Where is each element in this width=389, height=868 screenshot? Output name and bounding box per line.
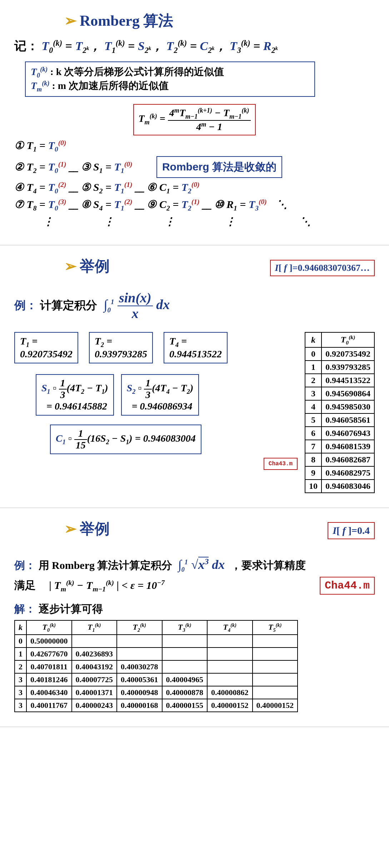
convergence-note: Romberg 算法是收敛的: [156, 156, 282, 178]
def2-text: : m 次加速后所得的近似值: [52, 80, 169, 91]
slide-title: ➢举例: [64, 519, 110, 539]
example-label: 例：: [14, 299, 37, 312]
exact-value: I[ f ]=0.4: [328, 522, 375, 539]
recurrence-formula: Tm(k) = 4mTm−1(k+1) − Tm−1(k)4m − 1: [133, 104, 255, 135]
t1-box: T1 =0.920735492: [14, 332, 78, 364]
bullet-icon: ➢: [64, 258, 77, 274]
t0-table: kT0(k) 00.920735492 10.939793285 20.9445…: [305, 332, 375, 493]
table-row: 10.939793285: [305, 361, 374, 374]
slide-title: ➢Romberg 算法: [64, 11, 375, 31]
table-row: 20.944513522: [305, 374, 374, 387]
table-row: 40.945985030: [305, 400, 374, 413]
exact-value: I[ f ]=0.946083070367…: [270, 260, 375, 276]
file-ref: Cha43.m: [264, 458, 298, 470]
table-row: 20.407018110.400431920.40030278: [15, 660, 298, 673]
table-row: 70.946081539: [305, 440, 374, 453]
slide-romberg-algorithm: ➢Romberg 算法 记： T0(k) = T2k， T1(k) = S2k，…: [0, 0, 389, 245]
slide-example-1: ➢举例 I[ f ]=0.946083070367… 例： 计算定积分 ∫01 …: [0, 245, 389, 508]
after-text: ，要求计算精度: [231, 559, 306, 571]
c1-box: C1 ▫ 115(16S2 − S1) = 0.946083004: [50, 425, 201, 455]
table-row: 30.945690864: [305, 387, 374, 400]
table-row: 90.946082975: [305, 466, 374, 480]
table-row: 30.400463400.400013710.400009480.4000087…: [15, 686, 298, 699]
table-row: 00.50000000: [15, 635, 298, 648]
table-row: 00.920735492: [305, 347, 374, 361]
s1-box: S1 ▫ 13(4T2 − T1) = 0.946145882: [36, 374, 114, 416]
table-row: 50.946058561: [305, 413, 374, 427]
table-row: 30.400117670.400002430.400001680.4000015…: [15, 699, 298, 712]
bullet-icon: ➢: [64, 13, 77, 29]
notation-row: 记： T0(k) = T2k， T1(k) = S2k， T2(k) = C2k…: [14, 38, 375, 55]
table-row: 100.946083046: [305, 480, 374, 493]
table-row: 60.946076943: [305, 427, 374, 440]
solve-text: 逐步计算可得: [39, 603, 103, 615]
romberg-table: k T0(k) T1(k) T2(k) T3(k) T4(k) T5(k) 00…: [14, 620, 298, 713]
slide-example-2: ➢举例 I[ f ]=0.4 例： 用 Romberg 算法计算定积分 ∫01 …: [0, 508, 389, 727]
bullet-icon: ➢: [64, 521, 77, 537]
ellipsis-row: ⋮⋮⋮⋮⋱: [43, 215, 375, 228]
table-row: 30.401812460.400077250.400053610.4000496…: [15, 673, 298, 686]
example-text: 用 Romberg 算法计算定积分: [39, 559, 173, 571]
solve-label: 解：: [14, 603, 36, 615]
table-row: 80.946082687: [305, 453, 374, 466]
t4-box: T4 =0.944513522: [164, 332, 228, 364]
slide-title: ➢举例: [64, 256, 110, 276]
file-ref: Cha44.m: [320, 577, 375, 595]
t2-box: T2 =0.939793285: [89, 332, 153, 364]
example-label: 例：: [14, 559, 36, 571]
notation-label: 记：: [14, 39, 39, 53]
table-row: 10.426776700.40236893: [15, 648, 298, 660]
title-text: Romberg 算法: [80, 13, 173, 29]
cond-label: 满足: [14, 579, 36, 591]
example-text: 计算定积分: [40, 299, 97, 312]
s2-box: S2 ▫ 13(4T4 − T2) = 0.946086934: [121, 374, 199, 416]
definition-box: T0(k) : k 次等分后梯形公式计算所得的近似值 Tm(k) : m 次加速…: [25, 61, 315, 97]
def1-text: : k 次等分后梯形公式计算所得的近似值: [50, 66, 224, 77]
